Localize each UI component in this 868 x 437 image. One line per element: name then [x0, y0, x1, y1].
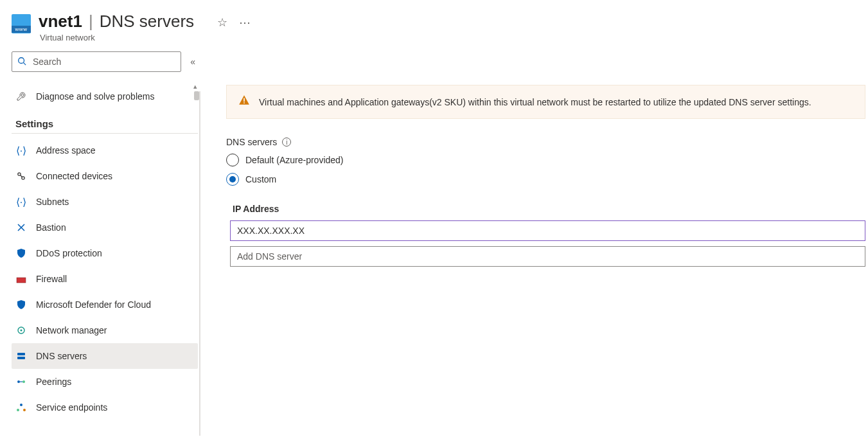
- nav-label: Peerings: [36, 377, 71, 387]
- svg-point-14: [22, 380, 25, 383]
- peerings-icon: [15, 376, 27, 388]
- resource-type-label: Virtual network: [39, 33, 194, 42]
- connected-devices-icon: [15, 170, 27, 182]
- nav-address-space[interactable]: ⟨·⟩ Address space: [12, 138, 198, 163]
- more-actions-icon[interactable]: ⋯: [239, 17, 251, 28]
- svg-point-0: [19, 57, 24, 63]
- svg-rect-7: [17, 278, 26, 283]
- service-endpoints-icon: [15, 402, 27, 413]
- nav-subnets[interactable]: ⟨·⟩ Subnets: [12, 189, 198, 215]
- network-manager-icon: [15, 325, 27, 336]
- nav-label: DNS servers: [36, 351, 87, 361]
- dns-servers-icon: [15, 350, 27, 362]
- svg-rect-11: [17, 353, 25, 355]
- radio-custom[interactable]: Custom: [226, 173, 868, 186]
- svg-point-16: [17, 409, 19, 411]
- radio-button-checked-icon: [226, 173, 239, 186]
- nav-peerings[interactable]: Peerings: [12, 369, 198, 395]
- nav-ddos[interactable]: DDoS protection: [12, 240, 198, 266]
- nav-service-endpoints[interactable]: Service endpoints: [12, 395, 198, 420]
- nav-connected-devices[interactable]: Connected devices: [12, 163, 198, 189]
- collapse-sidebar-icon[interactable]: «: [188, 54, 198, 69]
- search-icon: [17, 57, 26, 67]
- page-header: vnet1 | DNS servers Virtual network ☆ ⋯: [0, 0, 868, 46]
- wrench-icon: [15, 91, 27, 102]
- nav-label: Firewall: [36, 274, 67, 284]
- nav-label: Bastion: [36, 222, 66, 233]
- subnets-icon: ⟨·⟩: [15, 196, 27, 208]
- address-space-icon: ⟨·⟩: [15, 145, 27, 156]
- nav-bastion[interactable]: Bastion: [12, 215, 198, 240]
- nav-label: Connected devices: [36, 171, 112, 181]
- nav-label: Network manager: [36, 325, 107, 335]
- title-separator: |: [86, 12, 96, 31]
- svg-rect-19: [244, 98, 245, 102]
- svg-point-13: [17, 380, 20, 383]
- warning-triangle-icon: [238, 94, 250, 109]
- breadcrumb-title: vnet1 | DNS servers: [39, 12, 194, 31]
- dns-servers-field-label: DNS servers i: [226, 137, 868, 147]
- sidebar-scroll-thumb[interactable]: [194, 91, 199, 100]
- main-content: Virtual machines and Application gateway…: [200, 46, 868, 436]
- svg-point-10: [21, 330, 22, 332]
- radio-default[interactable]: Default (Azure-provided): [226, 154, 868, 166]
- svg-rect-20: [244, 102, 245, 103]
- nav-label: Microsoft Defender for Cloud: [36, 299, 151, 310]
- svg-line-1: [24, 62, 26, 65]
- page-title: DNS servers: [100, 12, 194, 31]
- resource-name: vnet1: [39, 12, 82, 31]
- radio-button-icon: [226, 154, 239, 166]
- radio-label: Default (Azure-provided): [245, 155, 344, 165]
- bastion-icon: [15, 222, 27, 233]
- svg-rect-12: [17, 357, 25, 359]
- shield-icon: [15, 247, 27, 259]
- sidebar-search[interactable]: [12, 51, 181, 72]
- firewall-icon: [15, 273, 27, 285]
- sidebar-section-settings: Settings: [12, 118, 198, 134]
- nav-defender[interactable]: Microsoft Defender for Cloud: [12, 292, 198, 317]
- ip-address-heading: IP Address: [233, 204, 868, 214]
- nav-label: Diagnose and solve problems: [36, 91, 154, 102]
- nav-network-manager[interactable]: Network manager: [12, 317, 198, 343]
- warning-banner-text: Virtual machines and Application gateway…: [259, 97, 811, 107]
- favorite-star-icon[interactable]: ☆: [217, 17, 227, 28]
- nav-label: Subnets: [36, 197, 69, 207]
- sidebar: « Diagnose and solve problems Settings ⟨…: [0, 46, 200, 436]
- svg-point-18: [23, 409, 26, 411]
- svg-point-17: [20, 404, 22, 406]
- nav-label: Service endpoints: [36, 402, 107, 413]
- nav-diagnose[interactable]: Diagnose and solve problems: [12, 84, 198, 109]
- ip-address-input[interactable]: [230, 220, 865, 241]
- warning-banner: Virtual machines and Application gateway…: [226, 85, 865, 119]
- nav-label: DDoS protection: [36, 248, 102, 258]
- add-dns-server-input[interactable]: [230, 246, 865, 267]
- nav-label: Address space: [36, 145, 96, 156]
- field-label-text: DNS servers: [226, 137, 277, 147]
- svg-line-4: [21, 175, 22, 177]
- defender-shield-icon: [15, 299, 27, 310]
- nav-firewall[interactable]: Firewall: [12, 266, 198, 292]
- nav-dns-servers[interactable]: DNS servers: [12, 343, 198, 369]
- vnet-resource-icon: [12, 14, 31, 33]
- radio-label: Custom: [245, 174, 276, 184]
- info-icon[interactable]: i: [282, 138, 291, 147]
- sidebar-search-input[interactable]: [31, 56, 175, 67]
